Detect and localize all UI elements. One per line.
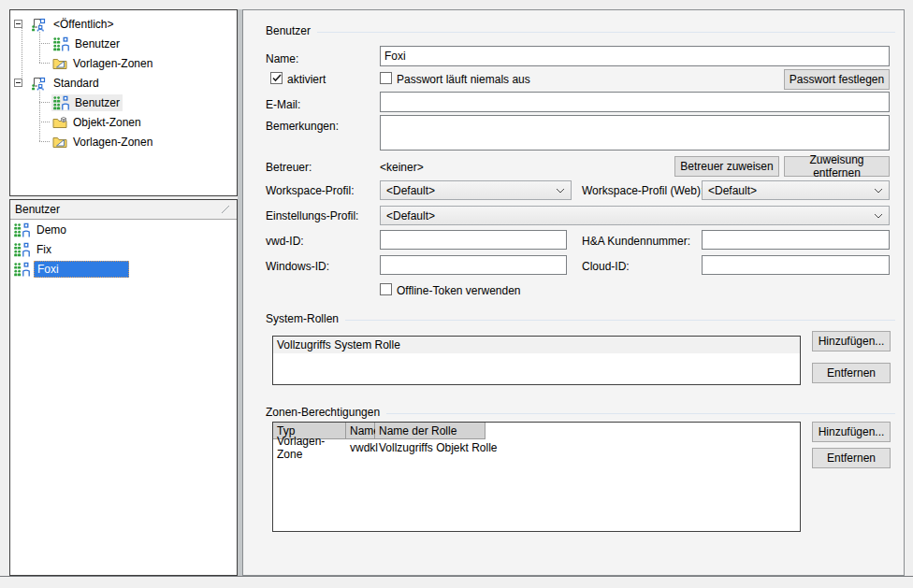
user-list-item-label: Fix xyxy=(34,242,54,257)
passwort-niemals-checkbox[interactable] xyxy=(380,72,392,84)
user-list-item-label-selected: Foxi xyxy=(34,261,129,278)
zuweisung-entfernen-button[interactable]: Zuweisung entfernen xyxy=(784,156,890,177)
einstellungs-profil-select[interactable]: <Default> xyxy=(380,206,890,225)
column-header-label: Benutzer xyxy=(15,203,60,216)
cell-name: vwdkl xyxy=(346,439,375,455)
tree-item-vorlagen-zonen-oeffentlich[interactable]: Vorlagen-Zonen xyxy=(10,53,237,73)
system-hinzufuegen-button[interactable]: Hinzufügen... xyxy=(812,331,891,351)
tree-item-label: Vorlagen-Zonen xyxy=(73,57,152,70)
user-list-item-foxi[interactable]: Foxi xyxy=(10,259,237,279)
tree-item-label: Standard xyxy=(53,77,99,90)
user-list-item-label: Demo xyxy=(34,222,69,237)
users-icon xyxy=(52,95,69,110)
workspace-profil-web-value: <Default> xyxy=(708,184,757,197)
betreuer-zuweisen-button[interactable]: Betreuer zuweisen xyxy=(674,156,779,177)
chevron-down-icon xyxy=(874,188,883,194)
sort-ascending-icon xyxy=(220,205,231,214)
group-divider-line xyxy=(345,320,895,321)
chevron-down-icon xyxy=(874,213,883,219)
collapse-toggle-icon[interactable] xyxy=(14,79,22,87)
tree-item-objekt-zonen[interactable]: Objekt-Zonen xyxy=(10,112,237,132)
aktiviert-checkbox[interactable] xyxy=(270,72,283,84)
workspace-profil-web-label: Workspace-Profil (Web): xyxy=(582,184,703,197)
group-title: System-Rollen xyxy=(266,312,339,325)
tree-item-benutzer-oeffentlich[interactable]: Benutzer xyxy=(10,34,237,53)
column-header-name[interactable]: Name xyxy=(346,423,375,439)
tree-item-label: Objekt-Zonen xyxy=(73,116,141,129)
hna-kundennummer-label: H&A Kundennummer: xyxy=(582,235,690,248)
users-icon xyxy=(13,262,30,277)
collapse-toggle-icon[interactable] xyxy=(14,20,22,28)
template-zone-folder-icon xyxy=(52,136,67,149)
cell-rolle: Vollzugriffs Objekt Rolle xyxy=(375,439,543,455)
workspace-profil-value: <Default> xyxy=(386,184,435,197)
user-list-panel: Benutzer Demo Fix Foxi xyxy=(9,199,238,576)
zonen-berechtigungen-group-header: Zonen-Berechtigungen xyxy=(266,406,895,419)
benutzer-group-header: Benutzer xyxy=(266,24,895,37)
group-title: Zonen-Berechtigungen xyxy=(266,406,380,419)
einstellungs-profil-value: <Default> xyxy=(386,209,435,222)
zonen-berechtigungen-table: Typ Name Name der Rolle Vorlagen-Zone vw… xyxy=(272,422,801,532)
tree-item-vorlagen-zonen-standard[interactable]: Vorlagen-Zonen xyxy=(10,132,237,151)
template-zone-folder-icon xyxy=(52,57,67,70)
bemerkungen-label: Bemerkungen: xyxy=(266,120,339,133)
einstellungs-profil-label: Einstellungs-Profil: xyxy=(266,209,358,222)
tree-item-label: Vorlagen-Zonen xyxy=(73,136,152,149)
tree-item-label: Benutzer xyxy=(75,37,120,50)
windows-id-label: Windows-ID: xyxy=(266,260,329,273)
name-label: Name: xyxy=(266,52,298,65)
zone-tree-panel: <Öffentlich> Benutzer Vorlagen-Zonen xyxy=(9,9,238,196)
user-list-item-demo[interactable]: Demo xyxy=(10,220,237,239)
object-zone-folder-icon xyxy=(52,116,67,129)
user-detail-panel: Benutzer Name: aktiviert Passwort läuft … xyxy=(242,9,905,576)
group-title: Benutzer xyxy=(266,24,311,37)
users-icon xyxy=(52,36,69,51)
system-rollen-listbox: Vollzugriffs System Rolle xyxy=(272,336,801,385)
bemerkungen-textarea[interactable] xyxy=(380,115,890,151)
hna-kundennummer-input[interactable] xyxy=(702,230,890,250)
offline-token-label: Offline-Token verwenden xyxy=(397,284,521,297)
system-rollen-group-header: System-Rollen xyxy=(266,312,895,325)
workspace-profil-label: Workspace-Profil: xyxy=(266,184,354,197)
tree-item-standard[interactable]: Standard xyxy=(10,73,237,93)
org-zone-icon xyxy=(31,76,48,91)
zonen-hinzufuegen-button[interactable]: Hinzufügen... xyxy=(812,422,891,442)
users-icon xyxy=(13,242,30,257)
system-rolle-label: Vollzugriffs System Rolle xyxy=(277,338,400,351)
passwort-festlegen-button[interactable]: Passwort festlegen xyxy=(784,69,890,90)
table-row[interactable]: Vorlagen-Zone vwdkl Vollzugriffs Objekt … xyxy=(273,439,800,455)
group-divider-line xyxy=(386,413,895,414)
org-zone-icon xyxy=(31,17,48,32)
cell-typ: Vorlagen-Zone xyxy=(273,439,346,455)
workspace-profil-select[interactable]: <Default> xyxy=(380,180,572,200)
user-list-item-fix[interactable]: Fix xyxy=(10,239,237,259)
cloud-id-input[interactable] xyxy=(702,255,890,275)
tree-item-oeffentlich[interactable]: <Öffentlich> xyxy=(10,14,237,34)
chevron-down-icon xyxy=(556,188,565,194)
vwd-id-input[interactable] xyxy=(380,230,567,250)
system-rolle-item[interactable]: Vollzugriffs System Rolle xyxy=(273,337,800,353)
offline-token-checkbox[interactable] xyxy=(380,283,392,295)
users-icon xyxy=(13,222,30,237)
betreuer-label: Betreuer: xyxy=(266,161,312,174)
cloud-id-label: Cloud-ID: xyxy=(582,260,630,273)
aktiviert-label: aktiviert xyxy=(287,73,326,86)
column-header-name-der-rolle[interactable]: Name der Rolle xyxy=(375,423,485,439)
passwort-niemals-label: Passwort läuft niemals aus xyxy=(397,73,530,86)
workspace-profil-web-select[interactable]: <Default> xyxy=(702,180,890,200)
zonen-entfernen-button[interactable]: Entfernen xyxy=(812,448,891,468)
tree-item-label: Benutzer xyxy=(75,96,120,109)
windows-id-input[interactable] xyxy=(380,255,567,275)
group-divider-line xyxy=(317,32,895,33)
name-input[interactable] xyxy=(380,46,890,66)
user-list-column-header[interactable]: Benutzer xyxy=(10,200,237,220)
email-input[interactable] xyxy=(380,92,890,112)
system-entfernen-button[interactable]: Entfernen xyxy=(812,363,891,383)
tree-item-benutzer-standard[interactable]: Benutzer xyxy=(10,93,237,112)
tree-item-label: <Öffentlich> xyxy=(53,18,114,31)
email-label: E-Mail: xyxy=(266,98,300,111)
status-strip xyxy=(0,577,913,588)
user-administration-window: <Öffentlich> Benutzer Vorlagen-Zonen xyxy=(0,0,913,588)
table-header-row: Typ Name Name der Rolle xyxy=(273,423,800,439)
betreuer-value: <keiner> xyxy=(380,161,424,174)
